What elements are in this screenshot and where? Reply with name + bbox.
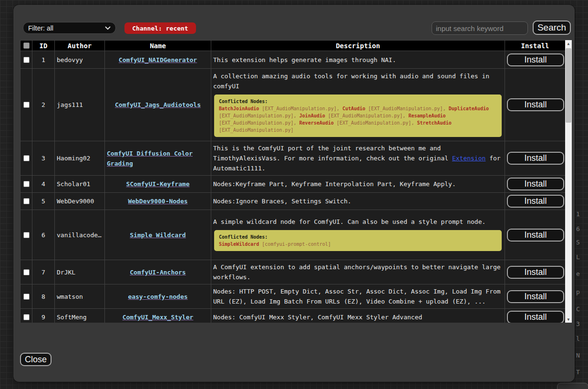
extension-name-link[interactable]: ComfyUI_NAIDGenerator [119, 55, 197, 65]
scrollbar-thumb[interactable] [566, 48, 571, 123]
table-scrollbar[interactable]: ▲ ▼ [565, 40, 572, 323]
id-cell: 4 [32, 176, 55, 193]
install-cell: Install [505, 260, 566, 284]
conflict-node-source: [EXT_AudioManipulation.py] [219, 127, 294, 133]
row-checkbox[interactable] [23, 294, 30, 300]
id-cell: 3 [32, 141, 55, 176]
conflict-title: Conflicted Nodes: [219, 98, 497, 105]
table-row: 9SoftMengComfyUI_Mexx_StylerNodes: Comfy… [21, 309, 566, 323]
install-cell: Install [505, 284, 566, 309]
name-cell: ComfyUI_Mexx_Styler [105, 309, 211, 323]
table-row: 8wmatsoneasy-comfy-nodesNodes: HTTP POST… [21, 284, 566, 309]
background-text-fragment: e [576, 270, 580, 277]
row-select-cell [21, 260, 32, 284]
row-checkbox[interactable] [23, 155, 30, 161]
name-cell: ComfyUI_Jags_Audiotools [105, 69, 211, 141]
table-row: 1bedovyyComfyUI_NAIDGeneratorThis extens… [21, 51, 566, 69]
extension-name-link[interactable]: ComfyUI-Anchors [130, 267, 186, 277]
conflict-node-source: [EXT_AudioManipulation.py], [334, 120, 417, 126]
extension-name-link[interactable]: Simple Wildcard [130, 230, 186, 240]
extension-table: ID Author Name Description Install 1bedo… [20, 40, 566, 323]
row-checkbox[interactable] [23, 102, 30, 108]
conflict-box: Conflicted Nodes:BatchJoinAudio [EXT_Aud… [214, 95, 502, 137]
table-row: 2jags111ComfyUI_Jags_AudiotoolsA collect… [21, 69, 566, 141]
select-all-checkbox[interactable] [23, 42, 30, 49]
conflict-node-name: DuplicateAudio [449, 106, 489, 111]
conflict-node-source: [EXT_AudioManipulation.py], [259, 106, 342, 111]
channel-button[interactable]: Channel: recent [124, 22, 196, 34]
background-text-fragment: N [576, 352, 580, 359]
table-row: 7DrJKLComfyUI-AnchorsA ComfyUI extension… [21, 260, 566, 284]
header-author: Author [55, 41, 105, 51]
install-button[interactable]: Install [507, 195, 564, 208]
row-checkbox[interactable] [23, 269, 30, 275]
custom-nodes-install-dialog: Filter: all Channel: recent Search ID Au… [13, 5, 575, 382]
close-button[interactable]: Close [20, 353, 52, 366]
row-select-cell [21, 51, 32, 69]
description-text: Nodes: ComfyUI Mexx Styler, ComfyUI Mexx… [213, 314, 422, 321]
name-cell: SComfyUI-Keyframe [105, 176, 211, 193]
extension-name-link[interactable]: easy-comfy-nodes [128, 292, 187, 302]
conflict-title: Conflicted Nodes: [219, 233, 497, 241]
row-select-cell [21, 210, 32, 260]
extension-name-link[interactable]: SComfyUI-Keyframe [126, 179, 189, 189]
background-text-fragment: 1 [576, 210, 580, 218]
extension-name-link[interactable]: WebDev9000-Nodes [128, 196, 187, 206]
extension-name-link[interactable]: ComfyUI_Mexx_Styler [123, 312, 194, 322]
background-text-fragment: S [576, 239, 580, 246]
row-checkbox[interactable] [23, 181, 30, 187]
install-button[interactable]: Install [507, 152, 564, 165]
author-cell: jags111 [55, 69, 105, 141]
search-input[interactable] [432, 21, 528, 35]
id-cell: 1 [32, 51, 55, 69]
search-button[interactable]: Search [533, 21, 571, 35]
table-row: 4Scholar01SComfyUI-KeyframeNodes:Keyfram… [21, 176, 566, 193]
extension-name-link[interactable]: ComfyUI Diffusion Color Grading [107, 148, 209, 168]
name-cell: easy-comfy-nodes [105, 284, 211, 309]
description-text: Nodes:Keyframe Part, Keyframe Interpolat… [213, 180, 456, 188]
chevron-down-icon [105, 26, 111, 30]
conflict-node-name: StretchAudio [417, 120, 451, 126]
author-cell: vanillacode… [55, 210, 105, 260]
extension-name-link[interactable]: ComfyUI_Jags_Audiotools [115, 100, 201, 110]
install-button[interactable]: Install [507, 53, 564, 66]
row-select-cell [21, 176, 32, 193]
background-text-fragment: L [576, 253, 580, 261]
description-cell: Nodes:Ignore Braces, Settings Switch. [211, 193, 505, 210]
author-cell: SoftMeng [55, 309, 105, 323]
id-cell: 2 [32, 69, 55, 141]
name-cell: ComfyUI Diffusion Color Grading [105, 141, 211, 176]
table-header-row: ID Author Name Description Install [21, 41, 566, 51]
channel-button-label: Channel: recent [132, 25, 188, 32]
name-cell: ComfyUI-Anchors [105, 260, 211, 284]
install-button[interactable]: Install [507, 178, 564, 190]
row-checkbox[interactable] [23, 57, 30, 63]
description-cell: This extension helps generate images thr… [211, 51, 505, 69]
row-checkbox[interactable] [23, 232, 30, 238]
install-button[interactable]: Install [507, 98, 564, 111]
install-cell: Install [505, 309, 566, 323]
install-button[interactable]: Install [507, 266, 564, 279]
description-cell: Nodes: ComfyUI Mexx Styler, ComfyUI Mexx… [211, 309, 505, 323]
install-button[interactable]: Install [507, 311, 564, 323]
scroll-down-icon[interactable]: ▼ [565, 316, 572, 323]
scroll-up-icon[interactable]: ▲ [565, 40, 572, 47]
background-text-fragment: p [576, 288, 580, 295]
install-cell: Install [505, 69, 566, 141]
external-extension-link[interactable]: Extension [452, 155, 485, 162]
description-cell: Nodes: HTTP POST, Empty Dict, Assoc Str,… [211, 284, 505, 309]
install-cell: Install [505, 176, 566, 193]
description-cell: A simple wildcard node for ComfyUI. Can … [211, 210, 505, 260]
install-button[interactable]: Install [507, 229, 564, 242]
row-checkbox[interactable] [23, 314, 30, 320]
name-cell: Simple Wildcard [105, 210, 211, 260]
filter-select-label: Filter: all [28, 24, 53, 32]
conflict-node-name: ResampleAudio [408, 113, 445, 118]
filter-select[interactable]: Filter: all [23, 22, 116, 34]
conflict-node-name: SimpleWildcard [219, 242, 259, 247]
install-button[interactable]: Install [507, 290, 564, 303]
row-checkbox[interactable] [23, 198, 30, 204]
id-cell: 6 [32, 210, 55, 260]
description-cell: A ComfyUI extension to add spatial ancho… [211, 260, 505, 284]
row-select-cell [21, 193, 32, 210]
